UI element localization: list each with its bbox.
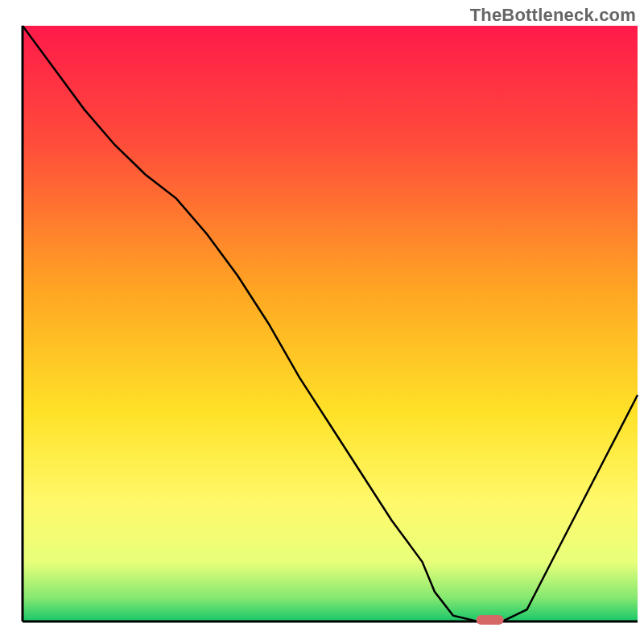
plot-background	[23, 26, 638, 621]
bottleneck-chart	[0, 0, 644, 644]
optimum-marker	[477, 615, 504, 625]
watermark: TheBottleneck.com	[470, 5, 636, 26]
